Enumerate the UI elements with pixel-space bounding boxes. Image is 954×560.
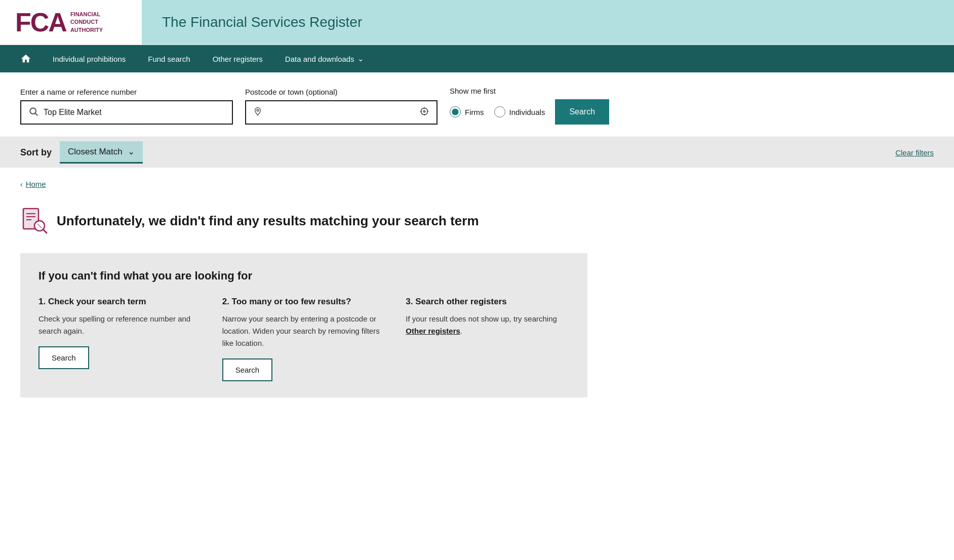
chevron-down-icon: ⌄ <box>357 54 364 63</box>
breadcrumb: ‹ Home <box>20 180 587 188</box>
radio-individuals-option[interactable]: Individuals <box>494 106 545 117</box>
help-col-2-heading: 2. Too many or too few results? <box>222 297 386 307</box>
help-search-button-2[interactable]: Search <box>222 358 273 381</box>
header: FCA FINANCIAL CONDUCT AUTHORITY The Fina… <box>0 0 954 45</box>
sort-option-label: Closest Match <box>68 147 123 157</box>
nav-home-button[interactable] <box>10 45 42 72</box>
header-title-area: The Financial Services Register <box>142 0 954 45</box>
svg-point-2 <box>421 108 427 114</box>
nav-item-fund-search[interactable]: Fund search <box>137 46 201 72</box>
sort-dropdown[interactable]: Closest Match ⌄ <box>60 141 143 164</box>
other-registers-link[interactable]: Other registers <box>406 327 460 335</box>
breadcrumb-chevron-icon: ‹ <box>20 180 23 188</box>
show-me-first-label: Show me first <box>450 87 609 95</box>
nav-item-individual-prohibitions[interactable]: Individual prohibitions <box>42 46 137 72</box>
help-col-3-heading: 3. Search other registers <box>406 297 569 307</box>
radio-individuals-input[interactable] <box>494 106 505 117</box>
help-col-3-text: If your result does not show up, try sea… <box>406 313 569 337</box>
radio-firms-option[interactable]: Firms <box>450 106 484 117</box>
svg-line-14 <box>43 229 47 233</box>
no-results-message: Unfortunately, we didn't find any result… <box>57 213 479 229</box>
site-title: The Financial Services Register <box>162 14 362 30</box>
postcode-label: Postcode or town (optional) <box>245 88 438 96</box>
help-col-2-text: Narrow your search by entering a postcod… <box>222 313 386 349</box>
breadcrumb-home-link[interactable]: Home <box>26 180 46 188</box>
fca-letters: FCA <box>15 9 66 35</box>
svg-point-3 <box>423 110 425 112</box>
radio-firms-label: Firms <box>465 108 484 116</box>
help-col-1-heading: 1. Check your search term <box>38 297 202 307</box>
fca-authority-text: FINANCIAL CONDUCT AUTHORITY <box>70 11 103 34</box>
sort-left: Sort by Closest Match ⌄ <box>20 141 143 164</box>
help-col-1-text: Check your spelling or reference number … <box>38 313 202 337</box>
show-me-first: Show me first Firms Individuals Search <box>450 87 609 125</box>
sort-bar: Sort by Closest Match ⌄ Clear filters <box>0 137 954 168</box>
help-col-3-text-after: . <box>460 327 462 335</box>
no-results-row: Unfortunately, we didn't find any result… <box>20 207 587 235</box>
name-search-label: Enter a name or reference number <box>20 88 233 96</box>
radio-group: Firms Individuals Search <box>450 99 609 125</box>
sort-by-label: Sort by <box>20 147 52 158</box>
nav-item-data-and-downloads[interactable]: Data and downloads ⌄ <box>274 45 375 72</box>
content-area: ‹ Home Unfortunately, we didn't find any… <box>0 168 608 428</box>
help-box-title: If you can't find what you are looking f… <box>38 269 569 283</box>
logo-area: FCA FINANCIAL CONDUCT AUTHORITY <box>0 0 142 45</box>
search-icon <box>28 106 38 118</box>
name-search-input-wrap <box>20 100 233 125</box>
search-area: Enter a name or reference number Postcod… <box>0 72 954 137</box>
svg-line-1 <box>35 113 38 116</box>
svg-point-0 <box>30 108 36 114</box>
name-search-field: Enter a name or reference number <box>20 88 233 125</box>
search-row: Enter a name or reference number Postcod… <box>20 87 934 125</box>
postcode-input[interactable] <box>267 108 414 117</box>
location-target-icon <box>419 106 429 118</box>
search-button[interactable]: Search <box>555 99 609 125</box>
help-col-3: 3. Search other registers If your result… <box>406 297 569 381</box>
name-search-input[interactable] <box>44 108 225 117</box>
fca-logo: FCA FINANCIAL CONDUCT AUTHORITY <box>15 9 103 35</box>
help-col-2: 2. Too many or too few results? Narrow y… <box>222 297 386 381</box>
postcode-field: Postcode or town (optional) <box>245 88 438 125</box>
no-results-icon <box>20 207 49 235</box>
help-search-button-1[interactable]: Search <box>38 346 89 369</box>
clear-filters-link[interactable]: Clear filters <box>895 148 934 157</box>
main-nav: Individual prohibitions Fund search Othe… <box>0 45 954 72</box>
help-col-1: 1. Check your search term Check your spe… <box>38 297 202 381</box>
help-box: If you can't find what you are looking f… <box>20 253 587 397</box>
nav-item-other-registers[interactable]: Other registers <box>202 46 274 72</box>
help-col-3-text-before: If your result does not show up, try sea… <box>406 314 556 323</box>
chevron-down-icon: ⌄ <box>128 146 135 157</box>
help-columns: 1. Check your search term Check your spe… <box>38 297 569 381</box>
location-pin-icon <box>253 106 262 118</box>
radio-firms-input[interactable] <box>450 106 461 117</box>
postcode-input-wrap <box>245 100 438 125</box>
radio-individuals-label: Individuals <box>509 108 545 116</box>
